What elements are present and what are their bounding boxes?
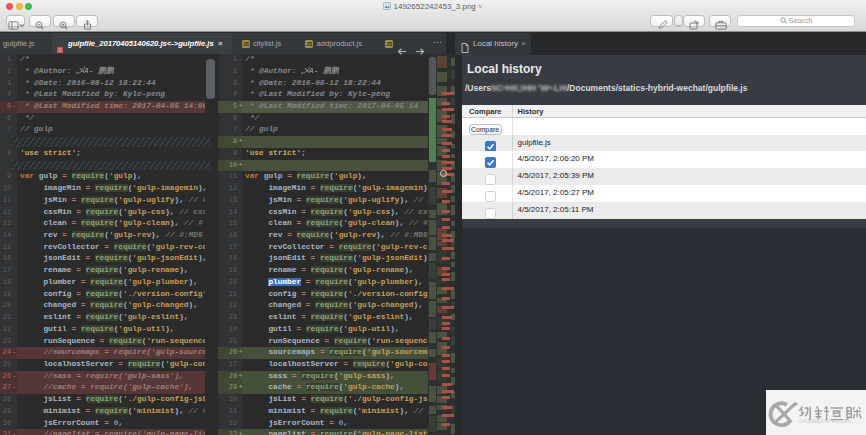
svg-text:CHUANGXIN HULIAN: CHUANGXIN HULIAN <box>799 419 852 424</box>
